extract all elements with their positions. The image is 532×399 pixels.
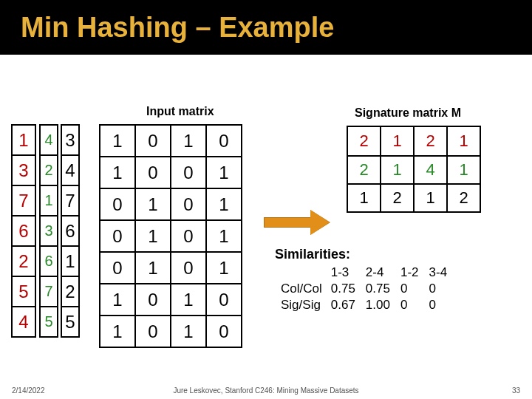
- footer-page: 33: [512, 386, 520, 395]
- perm-col-2: 3 4 7 6 1 2 5: [61, 124, 80, 336]
- input-matrix: 1010 1001 0101 0101 0101 1010 1010: [99, 124, 242, 348]
- similarities-block: Similarities: 1-32-41-23-4 Col/Col0.750.…: [275, 247, 453, 314]
- footer-attribution: Jure Leskovec, Stanford C246: Mining Mas…: [173, 386, 358, 395]
- signature-matrix: 2121 2141 1212: [347, 126, 481, 213]
- perm-col-0: 1 3 7 6 2 5 4: [11, 124, 36, 336]
- footer-date: 2/14/2022: [12, 386, 45, 395]
- arrow-icon: [264, 210, 332, 235]
- signature-matrix-label: Signature matrix M: [355, 106, 461, 120]
- input-matrix-label: Input matrix: [146, 105, 214, 118]
- perm-col-1: 4 2 1 3 6 7 5: [39, 124, 58, 336]
- footer: 2/14/2022 Jure Leskovec, Stanford C246: …: [0, 386, 532, 395]
- similarities-title: Similarities:: [275, 247, 453, 262]
- page-title: Min Hashing – Example: [21, 12, 334, 44]
